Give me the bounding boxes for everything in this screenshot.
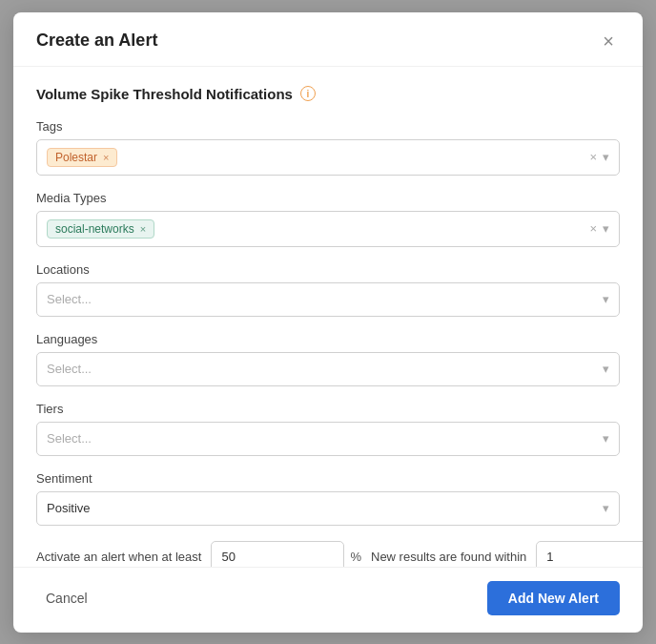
create-alert-modal: Create an Alert × Volume Spike Threshold…	[13, 12, 643, 633]
sentiment-select[interactable]: Positive ▾	[36, 491, 620, 526]
sentiment-field-group: Sentiment Positive ▾	[36, 471, 620, 526]
social-networks-tag-close[interactable]: ×	[140, 223, 146, 235]
modal-title: Create an Alert	[36, 31, 157, 51]
close-button[interactable]: ×	[597, 30, 620, 52]
section-title-text: Volume Spike Threshold Notifications	[36, 86, 293, 102]
tags-field-group: Tags Polestar × × ▾	[36, 119, 620, 176]
media-types-select-right: × ▾	[589, 221, 609, 236]
tags-tag-container: Polestar ×	[47, 148, 589, 167]
modal-header: Create an Alert ×	[13, 12, 643, 67]
polestar-tag[interactable]: Polestar ×	[47, 148, 117, 167]
polestar-tag-label: Polestar	[55, 151, 97, 164]
locations-chevron-icon: ▾	[603, 292, 609, 306]
tiers-field-group: Tiers Select... ▾	[36, 402, 620, 456]
modal-footer: Cancel Add New Alert	[13, 567, 643, 633]
languages-placeholder: Select...	[47, 362, 92, 376]
polestar-tag-close[interactable]: ×	[103, 152, 109, 163]
media-types-select[interactable]: social-networks × × ▾	[36, 211, 620, 247]
modal-body: Volume Spike Threshold Notifications i T…	[13, 67, 643, 567]
languages-label: Languages	[36, 332, 620, 346]
languages-field-group: Languages Select... ▾	[36, 332, 620, 386]
section-info-icon[interactable]: i	[300, 86, 316, 101]
activate-label: Activate an alert when at least	[36, 550, 201, 564]
cancel-button[interactable]: Cancel	[36, 585, 97, 612]
percent-input[interactable]	[211, 541, 344, 567]
alert-config-row: Activate an alert when at least % New re…	[36, 541, 620, 567]
media-types-clear-icon[interactable]: ×	[589, 221, 597, 236]
locations-label: Locations	[36, 262, 620, 277]
media-types-tag-container: social-networks ×	[47, 219, 589, 239]
languages-select[interactable]: Select... ▾	[36, 352, 620, 386]
tags-label: Tags	[36, 119, 620, 134]
locations-placeholder: Select...	[47, 292, 92, 306]
tiers-placeholder: Select...	[47, 431, 92, 446]
sentiment-value: Positive	[47, 501, 91, 515]
tiers-label: Tiers	[36, 402, 620, 416]
sentiment-label: Sentiment	[36, 471, 620, 486]
tags-select-right: × ▾	[589, 150, 609, 164]
social-networks-tag-label: social-networks	[55, 222, 134, 236]
media-types-chevron-icon[interactable]: ▾	[603, 221, 609, 236]
tiers-chevron-icon: ▾	[603, 431, 609, 446]
percent-symbol: %	[350, 550, 361, 564]
locations-select[interactable]: Select... ▾	[36, 282, 620, 317]
sentiment-chevron-icon: ▾	[603, 501, 609, 515]
section-title: Volume Spike Threshold Notifications i	[36, 86, 620, 102]
tags-chevron-icon[interactable]: ▾	[603, 150, 609, 164]
media-types-field-group: Media Types social-networks × × ▾	[36, 191, 620, 247]
social-networks-tag[interactable]: social-networks ×	[47, 219, 154, 239]
locations-field-group: Locations Select... ▾	[36, 262, 620, 317]
languages-chevron-icon: ▾	[603, 362, 609, 376]
tiers-select[interactable]: Select... ▾	[36, 422, 620, 456]
tags-select[interactable]: Polestar × × ▾	[36, 139, 620, 176]
results-label: New results are found within	[371, 550, 526, 564]
tags-clear-icon[interactable]: ×	[589, 150, 597, 164]
media-types-label: Media Types	[36, 191, 620, 205]
add-new-alert-button[interactable]: Add New Alert	[487, 581, 620, 615]
within-input[interactable]	[536, 541, 643, 567]
